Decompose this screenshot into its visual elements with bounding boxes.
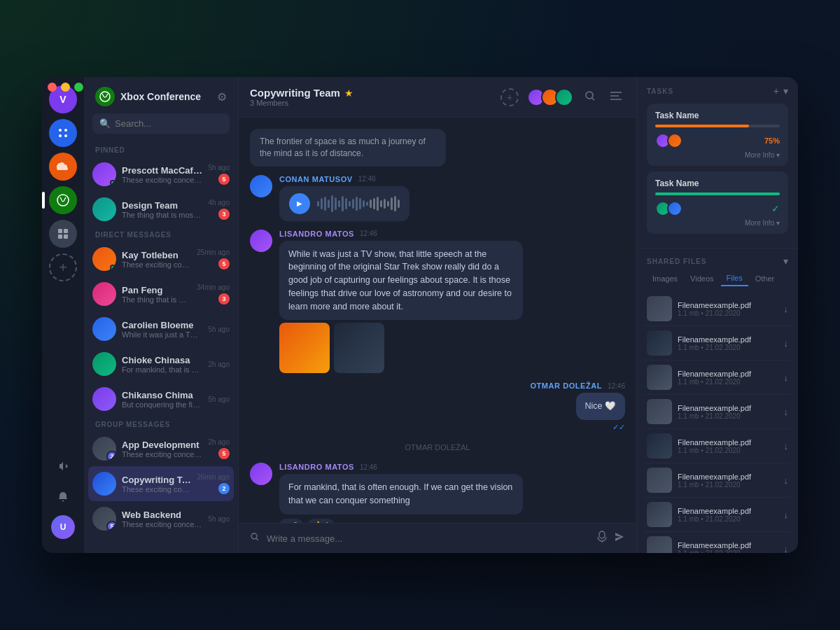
svg-point-2 [59,134,62,137]
chat-header: Copywriting Team ★ 3 Members + [239,77,636,118]
tab-files[interactable]: Files [721,271,748,286]
file-thumbnail [647,502,672,527]
contact-meta: 5h ago 5 [208,164,230,185]
file-meta: 1.1 mb • 21.02.2020 [678,309,778,317]
contact-chikanso[interactable]: Chikanso Chima But conquering the final … [84,382,238,416]
app-window: V + [42,77,798,553]
download-icon[interactable]: ↓ [784,407,789,417]
user-avatar-small[interactable]: U [51,515,75,539]
chat-main: Copywriting Team ★ 3 Members + [238,77,637,553]
collapse-files-button[interactable]: ▾ [783,255,788,267]
svg-rect-5 [58,229,62,233]
file-meta: 1.1 mb • 21.02.2020 [678,412,778,420]
tab-images[interactable]: Images [647,271,683,286]
contact-preview: These exciting concepts seem ... [122,260,191,269]
file-list: Filenameexample.pdf 1.1 mb • 21.02.2020 … [637,292,798,553]
contact-time: 26min ago [197,473,230,481]
mute-icon[interactable] [50,454,76,479]
maximize-button[interactable] [74,83,83,92]
contact-name: Copywriting Team [122,475,191,485]
app-icon-dots[interactable] [49,119,77,147]
tab-other[interactable]: Other [750,271,780,286]
svg-point-1 [64,129,67,132]
chat-image[interactable] [279,323,330,373]
app-icon-xbox[interactable] [49,186,77,214]
download-icon[interactable]: ↓ [784,544,789,554]
app-icon-bb[interactable] [49,220,77,248]
chat-image[interactable] [334,323,384,373]
download-icon[interactable]: ↓ [784,338,789,349]
play-button[interactable]: ▶ [289,193,310,214]
more-options-button[interactable] [607,88,625,106]
tab-videos[interactable]: Videos [685,271,719,286]
file-name: Filenameexample.pdf [678,541,778,550]
contact-carolien[interactable]: Carolien Bloeme While it was just a TV s… [84,312,238,346]
contact-preview: The thing that is most exciting ... [122,295,191,304]
contact-copywriting-team[interactable]: Copywriting Team These exciting concepts… [88,466,234,501]
sidebar: Xbox Conference ⚙ 🔍 PINNED Prescott MacC… [84,77,238,553]
system-message-text: The frontier of space is as much a journ… [260,136,426,158]
add-member-button[interactable]: + [500,88,519,106]
contact-prescott[interactable]: Prescott MacCaffery These exciting conce… [84,157,238,192]
more-info-button[interactable]: More Info ▾ [745,219,780,227]
more-info-button[interactable]: More Info ▾ [745,151,780,159]
file-thumbnail [647,296,672,321]
message-time: 12:46 [360,230,377,237]
group-label: GROUP MESSAGES [84,416,238,431]
svg-point-12 [586,92,593,99]
download-icon[interactable]: ↓ [784,510,789,520]
member-avatar [555,88,573,106]
contact-web-backend[interactable]: 5 Web Backend These exciting concepts se… [84,501,238,536]
add-task-button[interactable]: + [774,85,779,97]
file-thumbnail [647,468,672,493]
file-thumbnail [647,536,672,553]
file-item: Filenameexample.pdf 1.1 mb • 21.02.2020 … [644,326,791,360]
progress-bar [655,192,780,195]
avatar [92,282,116,306]
message-time: 12:46 [608,382,625,390]
search-icon: 🔍 [99,118,111,129]
unread-badge: 5 [218,258,230,270]
download-icon[interactable]: ↓ [784,372,789,383]
chat-members: 3 Members [250,99,354,107]
search-chat-button[interactable] [582,88,598,107]
file-name: Filenameexample.pdf [678,301,778,309]
task-member-avatar [667,201,682,216]
app-icon-soundcloud[interactable] [49,153,77,181]
read-receipt: ✓✓ [612,423,625,432]
search-input[interactable] [115,118,232,129]
microphone-icon[interactable] [597,531,607,546]
download-icon[interactable]: ↓ [784,441,789,451]
file-thumbnail [647,365,672,390]
contact-preview: For mankind, that is often enough... [122,365,202,374]
contact-pan[interactable]: Pan Feng The thing that is most exciting… [84,276,238,312]
svg-point-0 [59,129,62,132]
contact-kay[interactable]: Kay Totleben These exciting concepts see… [84,241,238,276]
close-button[interactable] [48,83,57,92]
add-workspace-button[interactable]: + [49,253,77,281]
contact-name: App Development [122,440,202,450]
file-meta: 1.1 mb • 21.02.2020 [678,447,778,454]
search-bar[interactable]: 🔍 [92,113,230,134]
task-card-1: Task Name 75% More Info ▾ [647,104,788,166]
svg-point-17 [251,533,257,539]
svg-point-11 [100,92,110,102]
message-input[interactable] [267,533,590,544]
download-icon[interactable]: ↓ [784,304,789,314]
contact-chioke[interactable]: Chioke Chinasa For mankind, that is ofte… [84,346,238,382]
collapse-tasks-button[interactable]: ▾ [783,85,788,97]
contact-app-dev[interactable]: 2 App Development These exciting concept… [84,431,238,466]
send-icon[interactable] [614,531,625,545]
minimize-button[interactable] [61,83,70,92]
star-icon[interactable]: ★ [344,88,354,99]
task-card-2: Task Name ✓ More Info ▾ [647,172,788,234]
message-bubble: Nice 🤍 [576,393,625,420]
bell-icon[interactable] [50,484,76,510]
message-content: LISANDRO MATOS 12:46 For mankind, that i… [279,463,523,523]
svg-point-4 [57,195,69,206]
task-footer: 75% [655,133,780,148]
contact-name: Carolien Bloeme [122,320,202,330]
download-icon[interactable]: ↓ [784,475,789,486]
settings-icon[interactable]: ⚙ [217,90,227,104]
contact-design-team[interactable]: Design Team The thing that is most excit… [84,192,238,227]
